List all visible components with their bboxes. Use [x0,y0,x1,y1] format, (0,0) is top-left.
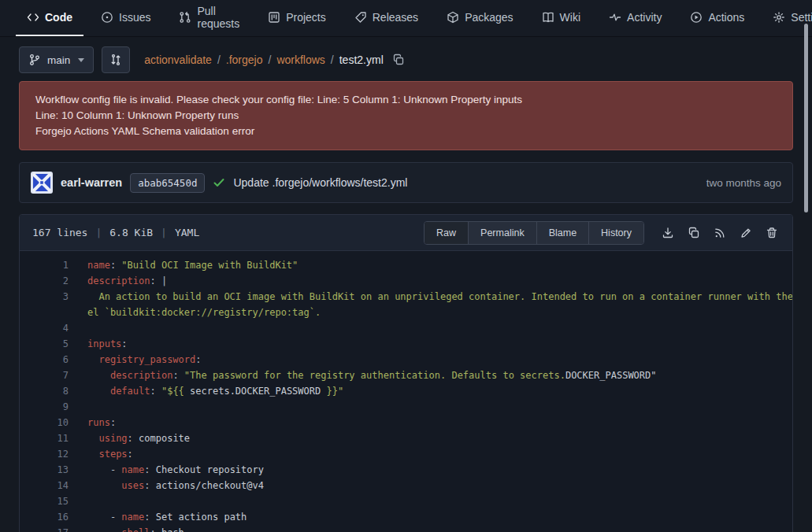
branch-name: main [47,54,70,66]
tab-issues[interactable]: Issues [90,0,161,36]
latest-commit-box: earl-warren abab65450d Update .forgejo/w… [19,162,793,203]
workflow-error-alert: Workflow config file is invalid. Please … [19,81,793,150]
code-line: 8 default: "${{ secrets.DOCKER_PASSWORD … [32,383,792,399]
delete-icon[interactable] [766,227,778,239]
tab-label: Activity [627,11,662,24]
file-actions: Raw Permalink Blame History [424,221,783,245]
line-number[interactable]: 10 [32,415,69,430]
commit-author[interactable]: earl-warren [61,176,122,189]
wiki-icon [542,11,554,24]
scrollbar[interactable] [804,24,808,212]
tab-label: Actions [708,11,744,24]
tab-pull-requests[interactable]: Pull requests [168,0,250,36]
code-line: 16 - name: Set actions path [32,509,792,525]
breadcrumb-separator: / [217,54,221,66]
file-icon-actions [657,227,783,239]
blame-button[interactable]: Blame [536,222,588,244]
code-line-content: - name: Checkout repository [87,462,264,478]
actions-icon [690,11,703,24]
line-number[interactable]: 17 [32,525,69,532]
code-line: 11 using: composite [32,430,792,446]
code-line-content: default: "${{ secrets.DOCKER_PASSWORD }}… [87,383,343,399]
code-line: 2description: | [32,273,792,289]
meta-separator: | [161,227,167,238]
code-line-content: - name: Set actions path [87,509,247,525]
tab-packages[interactable]: Packages [436,0,524,36]
file-header: 167 lines | 6.8 KiB | YAML Raw Permalink… [20,215,792,251]
code-line-content: name: "Build OCI Image with BuildKit" [87,257,298,273]
line-number[interactable]: 1 [32,257,69,273]
tab-wiki[interactable]: Wiki [531,0,591,36]
branch-icon [28,54,41,66]
tab-label: Packages [465,11,513,24]
code-line: 1name: "Build OCI Image with BuildKit" [32,257,792,273]
check-icon[interactable] [213,176,225,189]
line-number[interactable]: 8 [32,383,69,399]
raw-button[interactable]: Raw [425,222,468,244]
breadcrumb-repo-link[interactable]: actionvalidate [144,54,212,66]
view-mode-buttons: Raw Permalink Blame History [424,221,644,245]
code-line-content: uses: actions/checkout@v4 [87,478,264,493]
line-number[interactable]: 16 [32,509,69,525]
error-line: Forgejo Actions YAML Schema validation e… [35,124,777,139]
breadcrumb-dir-link[interactable]: .forgejo [226,54,263,66]
compare-button[interactable] [102,46,130,73]
error-line: Workflow config file is invalid. Please … [35,92,777,108]
code-line-content: inputs: [87,336,128,352]
tab-releases[interactable]: Releases [343,0,429,36]
tab-label: Wiki [560,11,580,24]
file-size: 6.8 KiB [109,227,153,238]
rss-icon[interactable] [714,227,726,239]
error-line: Line: 10 Column 1: Unknown Property runs [35,108,777,124]
line-number[interactable]: 3 [32,289,69,305]
code-line: 14 uses: actions/checkout@v4 [32,478,792,493]
file-meta: 167 lines | 6.8 KiB | YAML [32,227,199,238]
tab-projects[interactable]: Projects [257,0,337,36]
projects-icon [268,11,280,24]
chevron-down-icon [78,58,84,62]
line-number[interactable]: 11 [32,430,69,446]
permalink-button[interactable]: Permalink [468,222,536,244]
code-line: 10runs: [32,415,792,430]
edit-icon[interactable] [740,227,752,239]
tab-label: Settings [791,11,812,24]
commit-sha-link[interactable]: abab65450d [130,173,205,193]
line-number[interactable]: 9 [32,399,69,415]
line-number[interactable]: 12 [32,446,69,462]
code-line: 17 shell: bash [32,525,792,532]
line-number[interactable]: 6 [32,352,69,368]
history-button[interactable]: History [588,222,643,244]
code-line-content [87,493,93,509]
copy-content-icon[interactable] [688,227,700,239]
line-number[interactable]: 2 [32,273,69,289]
line-number[interactable]: 14 [32,478,69,493]
code-line: 7 description: "The password for the reg… [32,368,792,383]
line-number[interactable]: 15 [32,493,69,509]
copy-path-icon[interactable] [392,54,405,66]
breadcrumb-separator: / [331,54,334,66]
tab-code[interactable]: Code [16,0,83,36]
branch-breadcrumb-bar: main actionvalidate / .forgejo / workflo… [0,37,812,81]
tab-actions[interactable]: Actions [679,0,755,36]
tab-label: Releases [373,11,418,24]
tab-label: Pull requests [197,5,239,30]
line-number[interactable]: 7 [32,368,69,383]
code-line-content: shell: bash [87,525,184,532]
tab-label: Code [45,11,72,24]
avatar[interactable] [31,172,53,194]
line-number[interactable]: 4 [32,320,69,336]
code-view: 1name: "Build OCI Image with BuildKit"2d… [20,251,792,532]
branch-selector[interactable]: main [19,46,94,73]
line-number[interactable]: 13 [32,462,69,478]
tab-activity[interactable]: Activity [598,0,673,36]
repo-file-page: CodeIssuesPull requestsProjectsReleasesP… [0,0,812,532]
issues-icon [101,11,113,24]
line-number[interactable]: 5 [32,336,69,352]
repo-tab-bar: CodeIssuesPull requestsProjectsReleasesP… [0,0,812,37]
commit-message[interactable]: Update .forgejo/workflows/test2.yml [233,176,407,189]
code-line: 15 [32,493,792,509]
breadcrumb-dir-link[interactable]: workflows [276,54,324,66]
code-line: 3 An action to build an OCI image with B… [32,289,792,320]
code-icon [27,11,39,24]
download-icon[interactable] [662,227,674,239]
